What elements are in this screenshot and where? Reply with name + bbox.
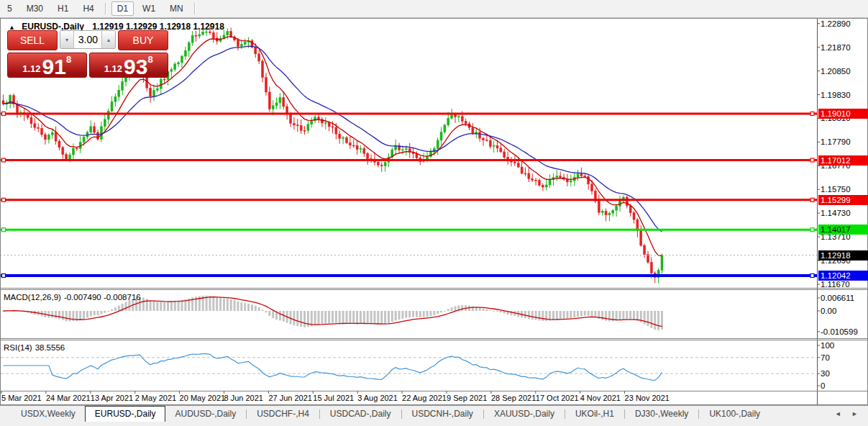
tab-scroll-arrows[interactable]: ◄ ► [835, 410, 862, 417]
timeframe-button-5[interactable]: 5 [1, 1, 18, 16]
tab-audusd-daily[interactable]: AUDUSD-,Daily [165, 407, 245, 422]
buy-price-panel[interactable]: 1.12 93 8 [89, 53, 169, 78]
macd-histogram-bar [160, 302, 162, 311]
rsi-layer [1, 354, 817, 381]
volume-decrease-button[interactable]: ▼ [60, 31, 74, 48]
tab-xauusd-daily[interactable]: XAUUSD-,Daily [485, 407, 564, 422]
date-axis-label: 24 Mar 2021 [46, 394, 91, 402]
macd-histogram-bar [538, 311, 540, 320]
candlestick [405, 149, 407, 150]
macd-histogram-bar [314, 311, 316, 325]
candlestick [41, 128, 43, 135]
tab-usdcad-daily[interactable]: USDCAD-,Daily [321, 407, 401, 422]
symbol-tabs: USDX,WeeklyEURUSD-,DailyAUDUSD-,DailyUSD… [0, 406, 868, 422]
timeframe-button-h1[interactable]: H1 [52, 1, 74, 16]
line-handle[interactable] [2, 158, 6, 162]
tab-usdcnh-daily[interactable]: USDCNH-,Daily [403, 407, 483, 422]
macd-histogram-bar [114, 307, 117, 311]
candlestick [296, 125, 298, 126]
candlestick [262, 61, 264, 78]
line-handle[interactable] [810, 273, 814, 277]
macd-histogram-bar [461, 305, 463, 311]
tab-separator [698, 409, 699, 419]
candlestick [489, 140, 491, 146]
macd-histogram-bar [212, 296, 214, 311]
macd-histogram-bar [559, 311, 562, 319]
symbol-tab-bar: USDX,WeeklyEURUSD-,DailyAUDUSD-,DailyUSD… [0, 405, 868, 426]
candlestick [328, 123, 330, 127]
macd-axis-label: 0.006611 [821, 294, 854, 302]
candlestick [153, 91, 155, 96]
price-level-badge: 1.14017 [818, 225, 868, 235]
volume-increase-button[interactable]: ▲ [101, 31, 115, 48]
candlestick [349, 142, 351, 145]
candlestick [300, 125, 302, 130]
candlestick [258, 54, 260, 61]
line-handle[interactable] [2, 112, 6, 116]
line-handle[interactable] [2, 198, 6, 201]
timeframe-button-d1[interactable]: D1 [111, 1, 134, 16]
candlestick [122, 82, 124, 91]
candlestick [198, 35, 201, 36]
tab-eurusd-daily[interactable]: EURUSD-,Daily [85, 406, 166, 422]
price-axis-label: 1.14730 [821, 209, 851, 217]
candlestick [457, 117, 460, 117]
line-handle[interactable] [2, 273, 6, 277]
date-axis-label: 22 Aug 2021 [402, 394, 447, 402]
candlestick [556, 176, 558, 178]
line-handle[interactable] [810, 198, 814, 201]
candlestick [384, 162, 386, 166]
price-axis-label: 1.17790 [821, 137, 851, 146]
candlestick [114, 96, 117, 101]
candlestick [184, 50, 186, 56]
candlestick [27, 114, 29, 117]
macd-histogram-bar [619, 311, 621, 320]
candlestick [380, 165, 383, 166]
date-axis-label: 15 Jul 2021 [313, 394, 354, 402]
macd-histogram-bar [265, 311, 267, 312]
candlestick [240, 45, 242, 47]
macd-histogram-bar [86, 311, 88, 318]
candlestick [244, 42, 246, 45]
sell-button[interactable]: SELL [7, 30, 58, 50]
candlestick [69, 155, 71, 159]
line-handle[interactable] [2, 228, 6, 232]
candlestick [100, 127, 102, 140]
buy-button[interactable]: BUY [118, 30, 168, 50]
macd-histogram-bar [111, 309, 113, 311]
sell-price-panel[interactable]: 1.12 91 8 [7, 53, 87, 78]
line-handle[interactable] [810, 228, 814, 232]
macd-histogram-bar [388, 311, 390, 323]
candlestick [146, 77, 148, 88]
macd-histogram-bar [51, 311, 53, 318]
macd-histogram-bar [244, 303, 246, 311]
candlestick [65, 155, 68, 160]
tab-dj30-weekly[interactable]: DJ30-,Weekly [626, 407, 698, 422]
candlestick [437, 140, 439, 148]
tab-uk100-daily[interactable]: UK100-,Daily [700, 407, 769, 422]
macd-histogram-bar [398, 311, 401, 320]
macd-histogram-bar [608, 311, 611, 321]
macd-axis-label: -0.010599 [821, 327, 858, 336]
macd-histogram-bar [307, 311, 309, 327]
candlestick [163, 79, 165, 80]
candlestick [513, 162, 516, 163]
tab-ukoil-h1[interactable]: UKOil-,H1 [566, 407, 623, 422]
timeframe-button-h4[interactable]: H4 [77, 1, 99, 16]
timeframe-button-w1[interactable]: W1 [137, 1, 161, 16]
macd-histogram-bar [150, 300, 152, 311]
timeframe-button-m30[interactable]: M30 [21, 1, 49, 16]
macd-histogram-bar [384, 311, 386, 324]
macd-histogram-bar [303, 311, 306, 327]
line-handle[interactable] [810, 112, 814, 116]
macd-histogram-bar [524, 311, 526, 318]
price-axis-label: 1.15750 [821, 185, 851, 194]
macd-histogram-bar [563, 311, 565, 319]
tab-usdchf-h4[interactable]: USDCHF-,H4 [247, 407, 319, 422]
macd-histogram-bar [633, 311, 635, 320]
candlestick [640, 231, 642, 245]
timeframe-button-mn[interactable]: MN [164, 1, 189, 16]
volume-input[interactable]: 3.00 [74, 31, 101, 48]
tab-usdx-weekly[interactable]: USDX,Weekly [12, 407, 85, 422]
line-handle[interactable] [810, 158, 814, 162]
